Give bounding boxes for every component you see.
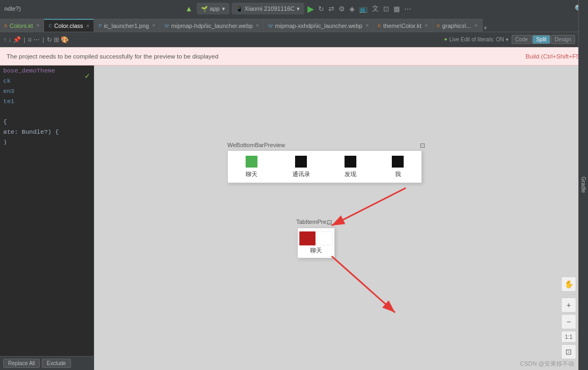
device-chevron: ▾ xyxy=(297,5,300,12)
translate-icon[interactable]: 文 xyxy=(372,4,379,13)
replace-bar: Replace All Exclude xyxy=(0,356,94,370)
tab-close-color-class[interactable]: × xyxy=(87,23,90,29)
run-config-selector[interactable]: 🌱 app ▾ xyxy=(197,3,229,14)
build-button[interactable]: Build (Ctrl+Shift+F5) xyxy=(526,53,582,60)
tab-icon-graphics: K xyxy=(437,23,440,28)
run-config-chevron: ▾ xyxy=(222,5,225,12)
preview-panel: WeBottomBarPreview ⊡ 聊天 通讯录 xyxy=(94,66,588,370)
design-view-btn[interactable]: Design xyxy=(551,35,575,44)
run-config-label: app xyxy=(210,5,219,12)
bottom-bar-preview-icon[interactable]: ⊡ xyxy=(420,142,425,149)
contacts-label: 通讯录 xyxy=(292,170,310,178)
run-button[interactable]: ▶ xyxy=(307,4,314,14)
tab-icon-colors-kt: K xyxy=(4,23,8,28)
grid-icon[interactable]: ⊞ xyxy=(54,36,59,43)
refresh2-icon[interactable]: ↻ xyxy=(47,36,52,43)
code-line-4: te1 xyxy=(0,96,94,106)
gradle-side-panel[interactable]: Gradle xyxy=(578,0,588,370)
right-tools: ✋ + − 1:1 ⊡ xyxy=(561,277,576,359)
more-icon[interactable]: ⋯ xyxy=(404,5,411,13)
chat-icon-box xyxy=(245,155,258,168)
back-button[interactable]: ▲ xyxy=(183,3,195,14)
code-panel: ✓ bose_demoTheme ck en3 te1 { ate: Bundl… xyxy=(0,66,94,370)
me-icon xyxy=(392,156,404,168)
tab-icon-launcher-png: P xyxy=(98,23,102,28)
arrows-overlay xyxy=(94,66,588,370)
tab-close-launcher-png[interactable]: × xyxy=(152,23,155,28)
warning-text: The project needs to be compiled success… xyxy=(6,53,526,60)
view-mode-btns: Code Split Design xyxy=(512,35,576,44)
profile-icon[interactable]: ◈ xyxy=(349,5,355,13)
svg-line-1 xyxy=(332,188,406,226)
me-label: 我 xyxy=(395,170,401,178)
tab-graphics[interactable]: K graphics\... × xyxy=(433,19,483,32)
hand-tool-btn[interactable]: ✋ xyxy=(561,277,576,292)
tab-mipmap-hdpi[interactable]: W mipmap-hdpi\ic_launcher.webp × xyxy=(160,19,264,32)
chat-label: 聊天 xyxy=(246,170,257,178)
tab-label-mipmap-xxhdpi: mipmap-xxhdpi\ic_launcher.webp xyxy=(275,23,363,29)
me-icon-box xyxy=(391,155,404,168)
tab-close-theme-color[interactable]: × xyxy=(425,23,428,28)
list-icon[interactable]: ≡ xyxy=(28,36,32,43)
white-color-box xyxy=(317,231,333,245)
sync-icon[interactable]: ⇄ xyxy=(328,5,334,13)
more-tabs-btn[interactable]: ▾ xyxy=(484,24,487,32)
tab-launcher-png[interactable]: P ic_launcher1.png × xyxy=(94,19,160,32)
replace-all-button[interactable]: Replace All xyxy=(3,359,40,368)
tab-label-color-class: Color.class xyxy=(54,23,83,29)
expand-icon[interactable]: ⋯ xyxy=(33,36,40,43)
tab-label-graphics: graphics\... xyxy=(442,23,471,29)
tab-theme-color[interactable]: K theme\Color.kt × xyxy=(374,19,433,32)
live-edit-icon: ✦ xyxy=(443,37,448,42)
tab-item-contacts: 通讯录 xyxy=(292,155,310,178)
tab-item-chat-label: 聊天 xyxy=(310,246,322,255)
tab-close-colors-kt[interactable]: × xyxy=(36,23,39,28)
code-line-5 xyxy=(0,106,94,117)
chat-icon xyxy=(246,156,257,168)
refresh-icon[interactable]: ↻ xyxy=(318,5,324,13)
device-selector[interactable]: 📱 Xiaomi 21091116C ▾ xyxy=(232,3,305,14)
tab-bar: K Colors.kt × C Color.class × P ic_launc… xyxy=(0,17,588,32)
contacts-icon-box xyxy=(295,155,307,168)
zoom-in-btn[interactable]: + xyxy=(561,298,576,313)
fit-screen-btn[interactable]: ⊡ xyxy=(561,344,576,359)
code-check-mark: ✓ xyxy=(84,72,90,80)
split-view-btn[interactable]: Split xyxy=(532,35,550,44)
tab-item-me: 我 xyxy=(391,155,404,178)
live-edit-chevron[interactable]: ▾ xyxy=(506,37,508,42)
bottom-bar-items: 聊天 通讯录 发现 我 xyxy=(228,151,421,183)
tab-label: Colors.kt xyxy=(10,23,33,29)
tab-mipmap-xxhdpi[interactable]: W mipmap-xxhdpi\ic_launcher.webp × xyxy=(264,19,374,32)
contacts-icon xyxy=(295,156,307,168)
tab-close-graphics[interactable]: × xyxy=(475,23,478,28)
capture-icon[interactable]: ⊡ xyxy=(383,5,389,13)
palette-icon[interactable]: 🎨 xyxy=(61,36,69,43)
device-mirror-icon[interactable]: 📺 xyxy=(359,5,368,13)
bottom-bar-preview-label: WeBottomBarPreview xyxy=(227,142,285,148)
tool-separator-1 xyxy=(561,294,576,295)
svg-line-2 xyxy=(332,256,395,313)
code-view-btn[interactable]: Code xyxy=(512,35,532,44)
build-icon[interactable]: ⚙ xyxy=(339,5,345,13)
pin-icon[interactable]: 📌 xyxy=(13,36,21,43)
discover-label: 发现 xyxy=(345,170,356,178)
tab-close-mipmap-hdpi[interactable]: × xyxy=(256,23,259,28)
exclude-button[interactable]: Exclude xyxy=(42,359,71,368)
action-bar: ↑ ↓ 📌 | ≡ ⋯ | ↻ ⊞ 🎨 ✦ Live Edit of liter… xyxy=(0,32,588,47)
device-label: Xiaomi 21091116C xyxy=(245,5,295,12)
main-layout: ✓ bose_demoTheme ck en3 te1 { ate: Bundl… xyxy=(0,66,588,370)
code-line-6: { xyxy=(0,117,94,127)
tab-label-theme-color: theme\Color.kt xyxy=(383,23,421,29)
tab-color-class[interactable]: C Color.class × xyxy=(44,19,94,32)
tab-label-mipmap-hdpi: mipmap-hdpi\ic_launcher.webp xyxy=(171,23,253,29)
tab-colors-kt[interactable]: K Colors.kt × xyxy=(0,19,44,32)
memory-icon[interactable]: ▦ xyxy=(393,5,400,13)
tab-close-mipmap-xxhdpi[interactable]: × xyxy=(365,23,369,28)
tab-item-preview-icon[interactable]: ⊡ xyxy=(327,219,332,226)
down-arrow-icon[interactable]: ↓ xyxy=(8,36,11,43)
preview-mode-bar: ✦ Live Edit of literals: ON ▾ Code Split… xyxy=(443,35,585,44)
code-line-3: en3 xyxy=(0,86,94,96)
up-arrow-icon[interactable]: ↑ xyxy=(3,36,6,43)
zoom-out-btn[interactable]: − xyxy=(561,314,576,329)
code-line-1: bose_demoTheme xyxy=(0,66,94,76)
